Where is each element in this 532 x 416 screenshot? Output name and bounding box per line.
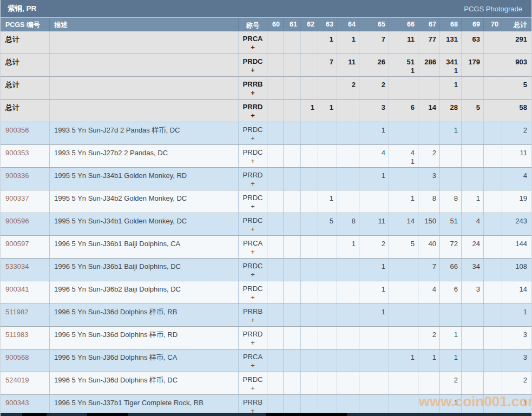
column-header-grade-60: 60: [267, 18, 284, 31]
grade-count-cell: [284, 168, 301, 190]
row-total: 1: [502, 304, 532, 326]
grade-count-cell: 11: [389, 31, 418, 54]
grade-count-cell: [318, 372, 337, 394]
photograde-link[interactable]: PCGS Photograde: [464, 5, 522, 13]
column-header-grade-66: 66: [389, 18, 418, 31]
designation-plus: +: [239, 270, 267, 279]
grade-count-cell: [418, 77, 440, 99]
coin-row: 9003531993 5 Yn Sun-J27b2 2 Pandas, DCPR…: [1, 145, 531, 168]
grade-count-cell: [462, 349, 484, 372]
designation-plus: +: [239, 384, 267, 393]
designation-code: PRCA: [239, 353, 267, 361]
grade-count-cell: [267, 372, 284, 394]
grade-count-cell: [267, 327, 284, 349]
coin-row: 9003371995 5 Yn Sun-J34b2 Golden Monkey,…: [1, 190, 531, 213]
grade-count-cell: 7: [318, 54, 337, 76]
pcgs-number-link[interactable]: 533034: [5, 262, 29, 270]
coin-description: 1996 5 Yn Sun-J36d Dolphins 样币, DC: [50, 372, 239, 394]
pcgs-number-link[interactable]: 900336: [5, 171, 29, 180]
pcgs-number-link[interactable]: 900568: [5, 353, 29, 361]
grade-count-cell: [267, 304, 284, 326]
grade-count-cell: [267, 259, 284, 281]
row-total: 2: [502, 122, 532, 144]
pcgs-number-cell: 900597: [1, 236, 50, 258]
grade-count-cell: 2: [359, 77, 389, 99]
grade-count-cell: [440, 304, 462, 326]
pcgs-number-link[interactable]: 900356: [5, 126, 29, 134]
pcgs-number-link[interactable]: 511983: [5, 331, 28, 339]
grade-count-cell: [337, 327, 359, 349]
grade-count-cell: [318, 236, 337, 258]
grade-count-cell: 8: [337, 213, 359, 235]
pcgs-number-cell: 533034: [1, 259, 50, 281]
grade-count-cell: 1: [318, 100, 337, 122]
grade-count-cell: [301, 304, 318, 326]
total-label: 总计: [5, 35, 19, 43]
grade-count-cell: 3: [418, 168, 440, 190]
grade-count-cell: [284, 145, 301, 167]
grade-count-cell: [318, 122, 337, 144]
grade-count-cell: [301, 259, 318, 281]
grade-count-cell: [284, 236, 301, 258]
grade-count-cell: [462, 327, 484, 349]
designation-plus: +: [239, 89, 267, 97]
grade-count-cell: 1: [359, 281, 389, 303]
coin-description: 1993 5 Yn Sun-J27d 2 Pandas 样币, DC: [50, 122, 239, 144]
grade-count-cell: 1: [418, 349, 440, 372]
grade-count-cell: [484, 372, 502, 394]
grade-count-cell: [284, 54, 301, 76]
grade-count-cell: 179: [462, 54, 484, 76]
pcgs-number-link[interactable]: 900343: [5, 399, 29, 407]
grade-count-cell: [359, 372, 389, 394]
designation-plus: +: [239, 225, 267, 234]
pcgs-number-link[interactable]: 900353: [5, 149, 29, 157]
total-row: 总计PRRB+2215: [1, 77, 531, 100]
designation-code: PRRB: [239, 398, 267, 407]
pcgs-population-report-page: 紫铜, PR PCGS Photograde PCGS 编号描述称号606162…: [0, 0, 532, 416]
grade-count-cell: [267, 349, 284, 372]
designation-plus: +: [239, 316, 267, 325]
grade-count-cell: [301, 372, 318, 394]
grade-count-cell: [267, 190, 284, 213]
grade-count-cell: 72: [440, 236, 462, 258]
pcgs-number-link[interactable]: 511982: [5, 308, 28, 316]
designation-code: PRRB: [239, 307, 267, 316]
grade-count-cell: [389, 327, 418, 349]
grade-count-cell: [337, 100, 359, 122]
column-header-total: 总计: [502, 18, 532, 31]
grade-count-cell: [318, 168, 337, 190]
column-header-grade-65: 65: [359, 18, 389, 31]
pcgs-number-link[interactable]: 900337: [5, 194, 29, 202]
grade-count-cell: 4: [418, 281, 440, 303]
coin-description: [50, 54, 239, 76]
grade-count-cell: [440, 145, 462, 167]
pcgs-number-link[interactable]: 900597: [5, 240, 29, 248]
pcgs-number-link[interactable]: 900341: [5, 285, 29, 293]
grade-count-cell: [484, 100, 502, 122]
grade-count-cell: [337, 145, 359, 167]
grade-count-cell: [462, 304, 484, 326]
pcgs-number-cell: 524019: [1, 372, 50, 394]
grade-count-cell: 1: [337, 31, 359, 54]
grade-count-cell: [284, 31, 301, 54]
grade-count-cell: [484, 145, 502, 167]
designation-code: PRRD: [239, 330, 267, 339]
grade-count-cell: [301, 122, 318, 144]
pcgs-number-link[interactable]: 900596: [5, 217, 29, 225]
grade-count-cell: [284, 281, 301, 303]
coin-description: 1995 5 Yn Sun-J34b2 Golden Monkey, DC: [50, 190, 239, 213]
row-total: 3: [502, 327, 532, 349]
grade-count-cell: 40: [418, 236, 440, 258]
designation-code: PRDC: [239, 148, 267, 157]
grade-count-cell: [267, 31, 284, 54]
pcgs-number-cell: 900341: [1, 281, 50, 303]
designation-cell: PRDC+: [239, 372, 267, 394]
pcgs-number-cell: 总计: [1, 31, 50, 54]
grade-count-cell: 1: [440, 349, 462, 372]
pcgs-number-link[interactable]: 524019: [5, 376, 29, 384]
column-header-grade-70: 70: [484, 18, 502, 31]
grade-count-cell: [318, 349, 337, 372]
grade-count-cell: [284, 304, 301, 326]
grade-count-cell: 1: [359, 122, 389, 144]
designation-plus: +: [239, 202, 267, 211]
